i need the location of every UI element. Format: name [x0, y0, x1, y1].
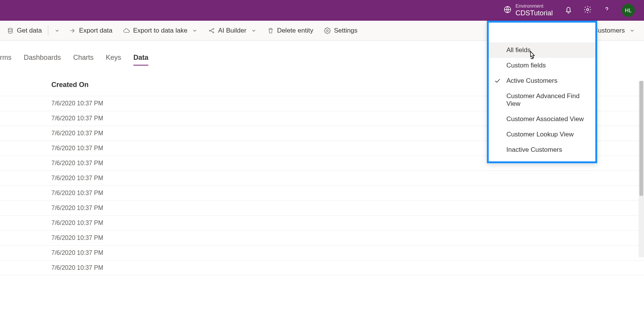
table-row[interactable]: 7/6/2020 10:37 PM	[0, 200, 644, 215]
table-row[interactable]: 7/6/2020 10:37 PM	[0, 171, 644, 185]
cell-created-on: 7/6/2020 10:37 PM	[51, 100, 103, 107]
view-option-label: Customer Lookup View	[506, 131, 573, 138]
svg-point-3	[209, 30, 210, 31]
cloud-download-icon	[123, 27, 130, 34]
view-option-label: All fields	[506, 46, 531, 54]
delete-entity-button[interactable]: Delete entity	[262, 21, 319, 40]
cell-created-on: 7/6/2020 10:37 PM	[51, 205, 103, 212]
user-avatar[interactable]: HL	[622, 4, 635, 17]
cell-created-on: 7/6/2020 10:37 PM	[51, 160, 103, 167]
settings-button[interactable]: Settings	[319, 21, 363, 40]
view-option-label: Customer Associated View	[506, 115, 584, 123]
cell-created-on: 7/6/2020 10:37 PM	[51, 130, 103, 137]
view-option-all-fields[interactable]: All fields	[489, 43, 595, 58]
export-icon	[69, 27, 76, 34]
export-data-lake-button[interactable]: Export to data lake	[118, 21, 203, 40]
cell-created-on: 7/6/2020 10:37 PM	[51, 190, 103, 197]
check-icon	[494, 77, 501, 84]
svg-point-4	[213, 28, 214, 30]
view-option-label: Inactive Customers	[506, 146, 562, 154]
environment-picker[interactable]: Environment CDSTutorial	[503, 3, 564, 17]
settings-label: Settings	[334, 27, 357, 34]
table-row[interactable]: 7/6/2020 10:37 PM	[0, 185, 644, 200]
top-app-bar: Environment CDSTutorial HL	[0, 0, 644, 21]
svg-point-6	[327, 30, 329, 31]
view-option-label: Active Customers	[506, 77, 557, 85]
table-row[interactable]: 7/6/2020 10:37 PM	[0, 260, 644, 275]
export-data-button[interactable]: Export data	[64, 21, 118, 40]
export-data-lake-label: Export to data lake	[133, 27, 187, 34]
tab-dashboards[interactable]: Dashboards	[24, 54, 61, 66]
view-option-label: Customer Advanced Find View	[506, 92, 591, 108]
environment-label: Environment	[516, 3, 553, 9]
chevron-down-icon	[54, 28, 60, 33]
ai-builder-icon	[208, 27, 215, 34]
ai-builder-label: AI Builder	[218, 27, 246, 34]
ai-builder-button[interactable]: AI Builder	[203, 21, 262, 40]
chevron-down-icon	[251, 28, 256, 33]
table-row[interactable]: 7/6/2020 10:37 PM	[0, 215, 644, 230]
database-icon	[7, 27, 14, 34]
svg-point-2	[8, 28, 13, 30]
chevron-down-icon	[629, 28, 635, 33]
table-row[interactable]: 7/6/2020 10:37 PM	[0, 230, 644, 245]
trash-icon	[267, 27, 274, 34]
help-icon[interactable]	[603, 5, 611, 15]
cell-created-on: 7/6/2020 10:37 PM	[51, 235, 103, 241]
view-option-lookup-view[interactable]: Customer Lookup View	[489, 127, 595, 142]
globe-icon	[503, 5, 512, 15]
svg-point-5	[213, 32, 214, 33]
cell-created-on: 7/6/2020 10:37 PM	[51, 220, 103, 227]
view-option-inactive-customers[interactable]: Inactive Customers	[489, 142, 595, 158]
cell-created-on: 7/6/2020 10:37 PM	[51, 115, 103, 122]
cell-created-on: 7/6/2020 10:37 PM	[51, 145, 103, 152]
separator	[48, 26, 48, 36]
environment-name: CDSTutorial	[516, 9, 553, 17]
cell-created-on: 7/6/2020 10:37 PM	[51, 264, 103, 271]
delete-entity-label: Delete entity	[277, 27, 314, 34]
get-data-label: Get data	[17, 27, 42, 34]
cell-created-on: 7/6/2020 10:37 PM	[51, 249, 103, 256]
settings-icon	[324, 27, 331, 34]
view-option-advanced-find[interactable]: Customer Advanced Find View	[489, 89, 595, 112]
view-option-custom-fields[interactable]: Custom fields	[489, 58, 595, 73]
gear-icon[interactable]	[583, 5, 592, 15]
get-data-button[interactable]: Get data	[2, 21, 47, 40]
view-option-label: Custom fields	[506, 62, 546, 69]
bell-icon[interactable]	[564, 5, 573, 15]
tab-data[interactable]: Data	[133, 54, 148, 66]
tab-forms[interactable]: orms	[0, 54, 12, 66]
table-row[interactable]: 7/6/2020 10:37 PM	[0, 245, 644, 260]
get-data-chevron[interactable]	[49, 21, 64, 40]
cell-created-on: 7/6/2020 10:37 PM	[51, 175, 103, 182]
tab-keys[interactable]: Keys	[106, 54, 121, 66]
view-option-active-customers[interactable]: Active Customers	[489, 73, 595, 89]
scrollbar[interactable]	[639, 81, 644, 257]
chevron-down-icon	[192, 28, 197, 33]
export-data-label: Export data	[79, 27, 112, 34]
view-option-associated-view[interactable]: Customer Associated View	[489, 112, 595, 127]
svg-point-1	[586, 8, 589, 11]
tab-charts[interactable]: Charts	[73, 54, 94, 66]
view-selector-dropdown: All fields Custom fields Active Customer…	[487, 21, 597, 163]
